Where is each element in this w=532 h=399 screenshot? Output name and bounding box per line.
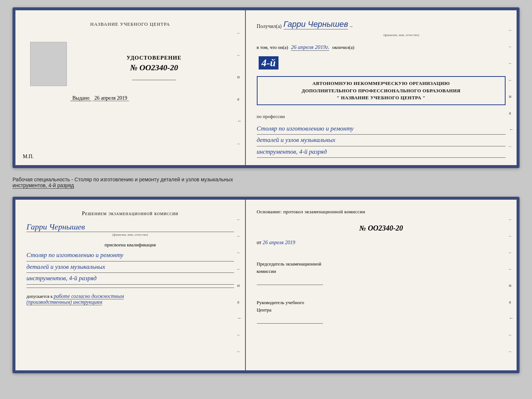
right-dashes: – – и а ← – — [237, 10, 242, 165]
vtom-label: в том, что он(а) — [257, 44, 288, 50]
top-doc-left: НАЗВАНИЕ УЧЕБНОГО ЦЕНТРА УДОСТОВЕРЕНИЕ №… — [15, 10, 246, 165]
org-name: " НАЗВАНИЕ УЧЕБНОГО ЦЕНТРА " — [262, 94, 500, 101]
mp-label: М.П. — [23, 154, 34, 160]
chairman-sign-line — [257, 278, 323, 285]
rukov-sign-line — [257, 316, 323, 324]
right-dashes-top-right: – – – – и а ← – — [509, 10, 514, 165]
right-dashes-bottom-right: – – – – и а ← – – — [509, 200, 514, 370]
poluchil-label: Получил(а) — [257, 24, 282, 29]
issued-label: Выдано — [71, 95, 91, 101]
name-block: Гарри Чернышев (фамилия, имя, отчество) — [26, 222, 234, 236]
langle-char: ← — [237, 118, 242, 123]
chairman-line2: комиссии — [257, 268, 506, 275]
bottom-doc-right: Основание: протокол экзаменационной коми… — [246, 200, 517, 370]
caption: Рабочая специальность - Столяр по изгото… — [12, 175, 520, 190]
year-badge: 4-й — [259, 56, 279, 70]
profession-line2: деталей и узлов музыкальных — [257, 135, 506, 146]
from-date: от 26 апреля 2019 — [257, 240, 506, 246]
from-label: от — [257, 240, 262, 245]
udost-title: УДОСТОВЕРЕНИЕ — [127, 55, 182, 61]
dash-1: – — [237, 30, 242, 35]
commission-title: Решением экзаменационной комиссии — [26, 211, 234, 217]
fio-caption-top: (фамилия, имя, отчество) — [297, 33, 506, 37]
issued-date: 26 апреля 2019 — [93, 95, 129, 101]
rukov-block: Руководитель учебного Центра — [257, 299, 506, 327]
chairman-line1: Председатель экзаменационной — [257, 260, 506, 268]
dash-3: – — [237, 141, 242, 146]
issued-line: Выдано 26 апреля 2019 — [71, 95, 129, 101]
dopusk-line: допускается к работе согласно должностны… — [26, 293, 234, 305]
bottom-doc-left: Решением экзаменационной комиссии Гарри … — [15, 200, 246, 370]
caption-prefix: Рабочая специальность - Столяр по изгото… — [12, 177, 233, 182]
from-date-value: 26 апреля 2019 — [263, 240, 295, 245]
а-char: а — [237, 96, 242, 101]
osnov-label: Основание: протокол экзаменационной коми… — [257, 209, 506, 215]
rukov-line2: Центра — [257, 306, 506, 314]
profession-line1: Столяр по изготовлению и ремонту — [257, 123, 506, 135]
fio-caption-bottom: (фамилия, имя, отчество) — [26, 233, 234, 236]
udost-number: № OO2340-20 — [130, 63, 178, 72]
protocol-number: № OO2340-20 — [257, 224, 506, 232]
qual-line2: деталей и узлов музыкальных — [26, 261, 234, 273]
и-char: и — [237, 74, 242, 79]
prisvoena-label: присвоена квалификация — [26, 242, 234, 248]
profession-label: по профессии — [257, 114, 506, 120]
org-block: АВТОНОМНУЮ НЕКОММЕРЧЕСКУЮ ОРГАНИЗАЦИЮ ДО… — [257, 76, 506, 105]
dash-2: – — [237, 52, 242, 57]
right-dashes-bottom-left: – – – – и а ← – – — [237, 200, 242, 370]
qual-line1: Столяр по изготовлению и ремонту — [26, 250, 234, 261]
vtom-date: 26 апреля 2019г. — [291, 44, 329, 51]
photo-placeholder — [30, 42, 67, 86]
profession-block: Столяр по изготовлению и ремонту деталей… — [257, 123, 506, 158]
bottom-name: Гарри Чернышев — [26, 222, 234, 232]
center-title: НАЗВАНИЕ УЧЕБНОГО ЦЕНТРА — [90, 21, 170, 27]
dopusk-prefix: допускается к — [26, 294, 53, 299]
okonchil-label: окончил(а) — [332, 44, 354, 50]
recipient-name: Гарри Чернышев — [284, 19, 348, 29]
dash-right: – — [350, 24, 352, 29]
vtom-line: в том, что он(а) 26 апреля 2019г. окончи… — [257, 44, 506, 51]
top-doc-right: Получил(а) Гарри Чернышев – (фамилия, им… — [246, 10, 517, 165]
top-document: НАЗВАНИЕ УЧЕБНОГО ЦЕНТРА УДОСТОВЕРЕНИЕ №… — [12, 7, 520, 168]
qual-block: Столяр по изготовлению и ремонту деталей… — [26, 250, 234, 285]
caption-underline: инструментов, 4-й разряд — [12, 182, 74, 189]
org-line2: ДОПОЛНИТЕЛЬНОГО ПРОФЕССИОНАЛЬНОГО ОБРАЗО… — [262, 87, 500, 95]
profession-line3: инструментов, 4-й разряд — [257, 146, 506, 158]
org-line1: АВТОНОМНУЮ НЕКОММЕРЧЕСКУЮ ОРГАНИЗАЦИЮ — [262, 80, 500, 87]
bottom-document: Решением экзаменационной комиссии Гарри … — [12, 197, 520, 373]
rukov-line1: Руководитель учебного — [257, 299, 506, 306]
qual-line3: инструментов, 4-й разряд — [26, 273, 234, 285]
chairman-block: Председатель экзаменационной комиссии — [257, 260, 506, 288]
recipient-line: Получил(а) Гарри Чернышев – — [257, 19, 506, 29]
